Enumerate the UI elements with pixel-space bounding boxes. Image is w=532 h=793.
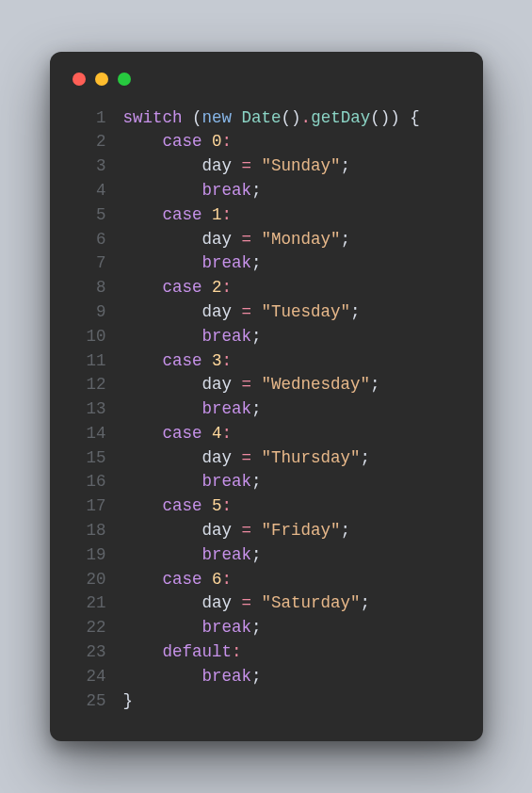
code-token [123,640,163,665]
code-token: = [242,373,252,397]
line-content: break; [106,470,262,494]
code-token [123,373,202,397]
code-token: ( [192,106,202,131]
code-line: 24 break; [73,665,460,689]
code-token: ; [251,179,262,203]
line-content: break; [106,616,262,640]
code-token [123,470,202,494]
close-icon[interactable] [73,73,86,86]
code-line: 5 case 1: [73,203,460,228]
code-token: ; [251,397,262,422]
code-token [123,300,202,325]
code-token [202,422,213,446]
code-line: 18 day = "Friday"; [73,519,460,543]
window-controls [73,73,460,86]
code-token: "Tuesday" [262,300,351,325]
line-content: break; [106,397,262,422]
line-number: 17 [73,494,106,519]
code-token [400,106,411,131]
code-token [232,106,242,131]
line-number: 15 [73,446,106,471]
code-token: ; [341,519,351,543]
line-number: 8 [73,276,106,300]
code-token: 3 [212,349,222,374]
line-number: 20 [73,568,106,592]
code-token [123,397,202,422]
line-content: day = "Tuesday"; [106,300,361,325]
code-line: 7 break; [73,251,460,276]
code-line: 12 day = "Wednesday"; [73,373,460,397]
line-number: 25 [73,689,106,714]
code-token: day [202,591,233,616]
code-token: 0 [212,130,222,154]
code-token [123,519,202,543]
line-content: case 2: [106,276,233,300]
code-token: : [222,494,233,519]
code-token [232,519,242,543]
code-token: ; [341,228,351,252]
line-content: break; [106,251,262,276]
code-token: day [202,446,233,471]
code-token: ; [251,470,262,494]
line-number: 13 [73,397,106,422]
code-token: break [202,543,252,568]
code-token [251,446,262,471]
code-token: = [242,446,252,471]
code-line: 20 case 6: [73,568,460,592]
code-token: 1 [212,203,222,228]
code-token: "Sunday" [262,154,341,179]
code-token: switch [123,106,183,131]
line-content: case 4: [106,422,233,446]
line-content: case 6: [106,568,233,592]
line-content: day = "Wednesday"; [106,373,380,397]
code-token: case [163,276,202,300]
code-token: : [222,349,233,374]
line-content: case 5: [106,494,233,519]
code-token: case [163,349,202,374]
code-line: 22 break; [73,616,460,640]
line-content: break; [106,325,262,349]
line-content: day = "Saturday"; [106,591,371,616]
code-line: 1switch (new Date().getDay()) { [73,106,460,131]
code-line: 2 case 0: [73,130,460,154]
line-number: 16 [73,470,106,494]
code-line: 6 day = "Monday"; [73,228,460,252]
code-token: ; [251,616,262,640]
code-token: : [222,422,233,446]
code-token [232,228,242,252]
line-number: 12 [73,373,106,397]
code-token: break [202,179,252,203]
code-token: : [222,568,233,592]
code-line: 19 break; [73,543,460,568]
code-token: ; [341,154,351,179]
code-token [202,203,213,228]
code-token [202,494,213,519]
code-token: () [282,106,301,131]
line-content: default: [106,640,242,665]
code-token: default [163,640,233,665]
code-token: = [242,300,252,325]
line-content: case 1: [106,203,233,228]
code-token [202,276,213,300]
code-token: new [202,106,233,131]
code-token: 5 [212,494,222,519]
line-number: 2 [73,130,106,154]
code-token: ; [251,251,262,276]
code-token: : [222,203,233,228]
code-token [232,373,242,397]
code-token [232,446,242,471]
code-token [251,228,262,252]
code-token: case [163,203,202,228]
code-token: case [163,568,202,592]
code-token: ; [251,543,262,568]
maximize-icon[interactable] [118,73,131,86]
code-token: "Saturday" [262,591,361,616]
code-token [123,203,163,228]
minimize-icon[interactable] [95,73,108,86]
line-content: switch (new Date().getDay()) { [106,106,420,131]
line-number: 22 [73,616,106,640]
line-number: 10 [73,325,106,349]
code-token [123,276,163,300]
code-block: 1switch (new Date().getDay()) {2 case 0:… [73,106,460,714]
code-token [232,591,242,616]
